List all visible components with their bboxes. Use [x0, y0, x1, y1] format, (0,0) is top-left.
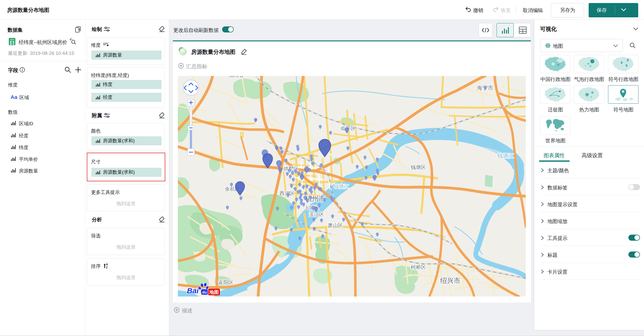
svg-text:滨江区: 滨江区	[309, 212, 324, 217]
svg-text:du: du	[202, 290, 207, 294]
svg-text:钱塘江: 钱塘江	[497, 153, 514, 159]
svg-text:钱塘区: 钱塘区	[411, 164, 426, 170]
svg-text:柯桥区: 柯桥区	[411, 264, 426, 270]
svg-text:Bai: Bai	[187, 286, 199, 295]
svg-text:CSV: CSV	[10, 38, 14, 41]
svg-text:富阳区: 富阳区	[218, 280, 233, 285]
svg-text:Z: Z	[106, 266, 108, 269]
svg-text:A: A	[106, 263, 108, 266]
svg-text:地图: 地图	[209, 289, 219, 295]
svg-text:德清县: 德清县	[229, 76, 244, 78]
svg-text:萧山区: 萧山区	[328, 223, 343, 228]
svg-text:绍兴市: 绍兴市	[440, 277, 461, 284]
svg-text:钱塘江: 钱塘江	[334, 184, 349, 189]
